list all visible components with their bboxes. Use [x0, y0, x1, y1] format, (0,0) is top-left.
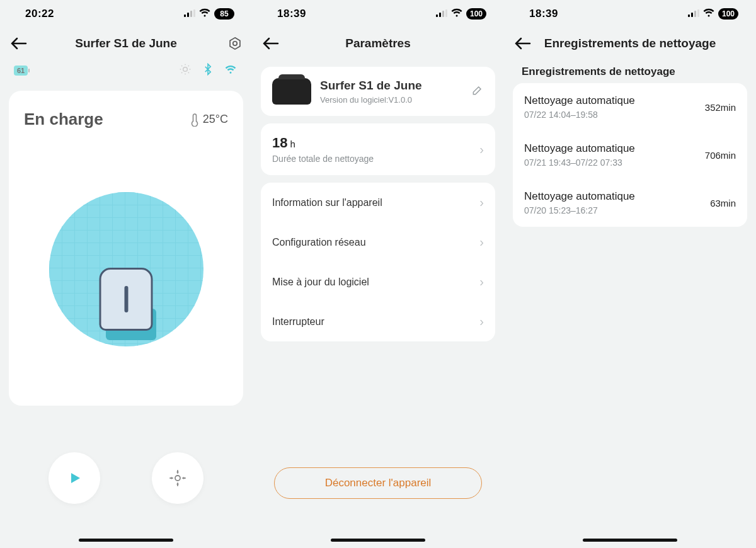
svg-rect-14: [697, 9, 699, 17]
header: Enregistrements de nettoyage: [504, 28, 756, 59]
record-time: 07/20 15:23–16:27: [524, 205, 635, 215]
screen-records: 18:39 100 Enregistrements de nettoyage E…: [504, 0, 756, 548]
menu-label: Configuration réseau: [272, 237, 366, 248]
screen-home: 20:22 85 Surfer S1 de June 61: [0, 0, 252, 548]
total-hours-card[interactable]: 18 h Durée totale de nettoyage ›: [261, 123, 495, 175]
record-item[interactable]: Nettoyage automatique 07/22 14:04–19:58 …: [513, 83, 747, 131]
hours-unit: h: [290, 139, 295, 149]
svg-rect-1: [187, 13, 189, 17]
status-icons: 85: [184, 8, 234, 20]
record-title: Nettoyage automatique: [524, 190, 635, 203]
wifi-icon: [224, 63, 237, 78]
wifi-icon: [199, 8, 210, 20]
svg-point-5: [183, 67, 188, 72]
chevron-right-icon: ›: [479, 195, 484, 210]
status-icons: 100: [688, 8, 738, 20]
firmware-version: Version du logiciel:V1.0.0: [320, 95, 462, 105]
record-duration: 706min: [705, 150, 736, 161]
svg-point-4: [233, 42, 237, 45]
records-list: Nettoyage automatique 07/22 14:04–19:58 …: [513, 83, 747, 227]
svg-rect-11: [688, 14, 690, 17]
device-image: [272, 78, 311, 105]
status-row: 61: [9, 59, 243, 82]
temperature-value: 25°C: [203, 113, 228, 126]
status-icons: 100: [436, 8, 486, 20]
move-button[interactable]: [152, 452, 203, 504]
status-time: 18:39: [277, 8, 306, 20]
page-title: Enregistrements de nettoyage: [532, 37, 728, 50]
status-card: En charge 25°C: [9, 91, 243, 406]
menu-label: Information sur l'appareil: [272, 197, 382, 208]
svg-point-6: [175, 476, 180, 481]
edit-icon[interactable]: [471, 84, 484, 99]
status-bar: 18:39 100: [504, 0, 756, 28]
svg-rect-7: [436, 14, 438, 17]
status-time: 18:39: [529, 8, 558, 20]
svg-rect-10: [445, 9, 447, 17]
chevron-right-icon: ›: [479, 142, 484, 157]
record-item[interactable]: Nettoyage automatique 07/21 19:43–07/22 …: [513, 131, 747, 179]
home-indicator[interactable]: [331, 539, 425, 542]
record-time: 07/21 19:43–07/22 07:33: [524, 157, 635, 168]
signal-icon: [184, 8, 195, 20]
disconnect-button[interactable]: Déconnecter l'appareil: [274, 467, 482, 499]
chevron-right-icon: ›: [479, 275, 484, 289]
page-title: Paramètres: [280, 37, 476, 50]
back-icon[interactable]: [262, 37, 280, 50]
signal-icon: [436, 8, 447, 20]
record-duration: 63min: [710, 198, 736, 208]
svg-rect-2: [190, 11, 192, 17]
settings-icon[interactable]: [224, 37, 242, 50]
back-icon[interactable]: [10, 37, 28, 50]
battery-pill: 85: [214, 8, 234, 20]
play-button[interactable]: [49, 452, 100, 504]
temperature: 25°C: [190, 113, 228, 127]
header: Paramètres: [252, 28, 504, 59]
screen-settings: 18:39 100 Paramètres Surfer S1 de June V…: [252, 0, 504, 548]
record-time: 07/22 14:04–19:58: [524, 110, 635, 120]
hours-label: Durée totale de nettoyage: [272, 154, 374, 164]
back-icon[interactable]: [514, 37, 532, 50]
device-name: Surfer S1 de June: [320, 79, 462, 93]
records-heading: Enregistrements de nettoyage: [513, 59, 747, 83]
menu-label: Interrupteur: [272, 316, 324, 328]
menu-device-info[interactable]: Information sur l'appareil ›: [261, 183, 495, 222]
svg-rect-3: [193, 9, 195, 17]
chevron-right-icon: ›: [479, 314, 484, 329]
device-battery-badge: 61: [14, 66, 28, 76]
svg-rect-13: [694, 11, 696, 17]
menu-software-update[interactable]: Mise à jour du logiciel ›: [261, 262, 495, 302]
hours-value: 18: [272, 135, 287, 151]
svg-rect-8: [439, 13, 441, 17]
header: Surfer S1 de June: [0, 28, 252, 59]
record-title: Nettoyage automatique: [524, 94, 635, 107]
charging-status: En charge: [24, 110, 103, 129]
home-indicator[interactable]: [583, 539, 677, 542]
home-indicator[interactable]: [79, 539, 173, 542]
status-bar: 20:22 85: [0, 0, 252, 28]
record-title: Nettoyage automatique: [524, 142, 635, 155]
svg-rect-0: [184, 14, 186, 17]
wifi-icon: [451, 8, 462, 20]
svg-rect-9: [442, 11, 444, 17]
battery-pill: 100: [718, 8, 738, 20]
page-title: Surfer S1 de June: [28, 37, 224, 50]
record-duration: 352min: [705, 102, 736, 113]
settings-menu: Information sur l'appareil › Configurati…: [261, 183, 495, 341]
robot-illustration: [49, 192, 203, 346]
record-item[interactable]: Nettoyage automatique 07/20 15:23–16:27 …: [513, 179, 747, 227]
bluetooth-icon: [202, 63, 214, 78]
status-time: 20:22: [25, 8, 54, 20]
signal-icon: [688, 8, 699, 20]
wifi-icon: [703, 8, 714, 20]
chevron-right-icon: ›: [479, 235, 484, 249]
battery-pill: 100: [466, 8, 486, 20]
menu-label: Mise à jour du logiciel: [272, 277, 369, 288]
device-card[interactable]: Surfer S1 de June Version du logiciel:V1…: [261, 67, 495, 116]
svg-rect-12: [691, 13, 693, 17]
status-bar: 18:39 100: [252, 0, 504, 28]
sun-icon: [179, 63, 192, 78]
menu-switch[interactable]: Interrupteur ›: [261, 302, 495, 341]
menu-network-config[interactable]: Configuration réseau ›: [261, 222, 495, 262]
